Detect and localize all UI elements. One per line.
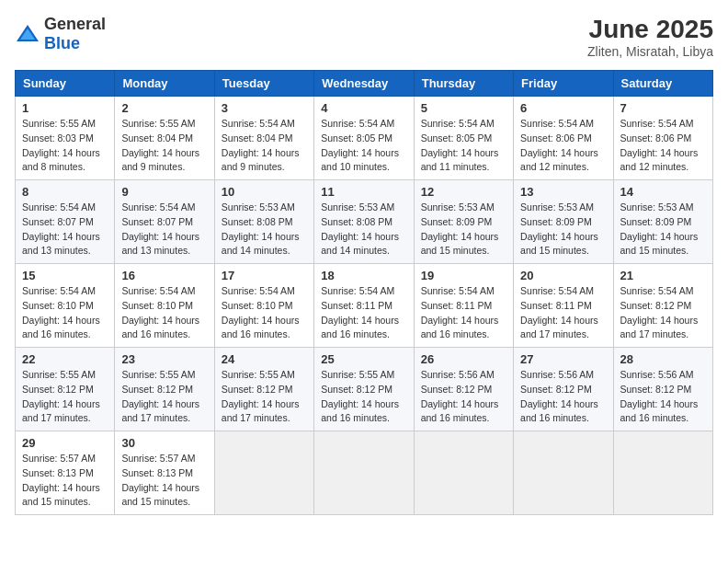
day-number: 23 [121,352,207,366]
calendar-cell: 10 Sunrise: 5:53 AM Sunset: 8:08 PM Dayl… [214,180,313,264]
calendar-week-2: 8 Sunrise: 5:54 AM Sunset: 8:07 PM Dayli… [16,180,713,264]
logo-blue: Blue [44,34,80,52]
day-header-saturday: Saturday [613,71,712,97]
day-number: 10 [222,185,307,199]
day-info: Sunrise: 5:54 AM Sunset: 8:05 PM Dayligh… [321,118,399,172]
calendar-cell: 15 Sunrise: 5:54 AM Sunset: 8:10 PM Dayl… [16,264,115,348]
day-number: 4 [321,101,406,115]
day-info: Sunrise: 5:54 AM Sunset: 8:06 PM Dayligh… [520,118,598,172]
calendar-cell [314,431,414,515]
day-info: Sunrise: 5:56 AM Sunset: 8:12 PM Dayligh… [520,369,598,423]
logo-icon [15,21,40,47]
day-number: 18 [321,269,406,282]
calendar-table: SundayMondayTuesdayWednesdayThursdayFrid… [15,70,713,515]
day-number: 30 [121,436,207,450]
day-number: 7 [620,101,706,115]
day-info: Sunrise: 5:55 AM Sunset: 8:12 PM Dayligh… [121,369,199,423]
day-number: 17 [222,269,307,282]
day-header-sunday: Sunday [16,71,115,97]
day-info: Sunrise: 5:55 AM Sunset: 8:03 PM Dayligh… [22,118,100,172]
calendar-cell [414,431,513,515]
calendar-cell: 3 Sunrise: 5:54 AM Sunset: 8:04 PM Dayli… [214,97,313,180]
day-info: Sunrise: 5:54 AM Sunset: 8:12 PM Dayligh… [620,285,699,339]
calendar-week-4: 22 Sunrise: 5:55 AM Sunset: 8:12 PM Dayl… [16,348,713,431]
day-number: 28 [620,352,706,366]
day-info: Sunrise: 5:55 AM Sunset: 8:12 PM Dayligh… [222,369,300,423]
day-info: Sunrise: 5:53 AM Sunset: 8:08 PM Dayligh… [222,201,300,256]
day-header-tuesday: Tuesday [214,71,313,97]
day-number: 16 [121,269,207,282]
day-number: 11 [321,185,406,199]
page-header: General Blue June 2025 Zliten, Misratah,… [15,15,713,59]
calendar-cell: 11 Sunrise: 5:53 AM Sunset: 8:08 PM Dayl… [314,180,414,264]
day-number: 24 [222,352,307,366]
calendar-cell [214,431,313,515]
day-info: Sunrise: 5:57 AM Sunset: 8:13 PM Dayligh… [121,453,199,507]
day-number: 19 [421,269,506,282]
day-number: 3 [222,101,307,115]
calendar-cell: 9 Sunrise: 5:54 AM Sunset: 8:07 PM Dayli… [115,180,214,264]
day-info: Sunrise: 5:56 AM Sunset: 8:12 PM Dayligh… [421,369,499,423]
day-number: 27 [520,352,606,366]
day-info: Sunrise: 5:54 AM Sunset: 8:10 PM Dayligh… [121,285,199,339]
calendar-cell: 13 Sunrise: 5:53 AM Sunset: 8:09 PM Dayl… [514,180,613,264]
day-info: Sunrise: 5:54 AM Sunset: 8:05 PM Dayligh… [421,118,499,172]
calendar-cell: 21 Sunrise: 5:54 AM Sunset: 8:12 PM Dayl… [613,264,712,348]
calendar-cell: 22 Sunrise: 5:55 AM Sunset: 8:12 PM Dayl… [16,348,115,431]
day-info: Sunrise: 5:53 AM Sunset: 8:09 PM Dayligh… [620,201,699,256]
calendar-week-3: 15 Sunrise: 5:54 AM Sunset: 8:10 PM Dayl… [16,264,713,348]
calendar-cell: 23 Sunrise: 5:55 AM Sunset: 8:12 PM Dayl… [115,348,214,431]
calendar-week-1: 1 Sunrise: 5:55 AM Sunset: 8:03 PM Dayli… [16,97,713,180]
calendar-cell: 1 Sunrise: 5:55 AM Sunset: 8:03 PM Dayli… [16,97,115,180]
calendar-cell: 2 Sunrise: 5:55 AM Sunset: 8:04 PM Dayli… [115,97,214,180]
day-number: 5 [421,101,506,115]
day-info: Sunrise: 5:57 AM Sunset: 8:13 PM Dayligh… [22,453,100,507]
calendar-cell: 18 Sunrise: 5:54 AM Sunset: 8:11 PM Dayl… [314,264,414,348]
calendar-cell: 17 Sunrise: 5:54 AM Sunset: 8:10 PM Dayl… [214,264,313,348]
calendar-cell: 14 Sunrise: 5:53 AM Sunset: 8:09 PM Dayl… [613,180,712,264]
day-info: Sunrise: 5:55 AM Sunset: 8:12 PM Dayligh… [321,369,399,423]
day-info: Sunrise: 5:54 AM Sunset: 8:04 PM Dayligh… [222,118,300,172]
day-info: Sunrise: 5:55 AM Sunset: 8:12 PM Dayligh… [22,369,100,423]
day-info: Sunrise: 5:53 AM Sunset: 8:08 PM Dayligh… [321,201,399,256]
day-info: Sunrise: 5:56 AM Sunset: 8:12 PM Dayligh… [620,369,699,423]
calendar-cell: 29 Sunrise: 5:57 AM Sunset: 8:13 PM Dayl… [16,431,115,515]
logo: General Blue [15,15,106,53]
day-number: 21 [620,269,706,282]
calendar-cell: 16 Sunrise: 5:54 AM Sunset: 8:10 PM Dayl… [115,264,214,348]
calendar-cell: 4 Sunrise: 5:54 AM Sunset: 8:05 PM Dayli… [314,97,414,180]
month-title: June 2025 [587,15,713,44]
calendar-cell: 5 Sunrise: 5:54 AM Sunset: 8:05 PM Dayli… [414,97,513,180]
day-info: Sunrise: 5:53 AM Sunset: 8:09 PM Dayligh… [520,201,598,256]
day-header-wednesday: Wednesday [314,71,414,97]
day-info: Sunrise: 5:54 AM Sunset: 8:06 PM Dayligh… [620,118,699,172]
calendar-cell [613,431,712,515]
day-header-friday: Friday [514,71,613,97]
day-number: 29 [22,436,108,450]
day-info: Sunrise: 5:53 AM Sunset: 8:09 PM Dayligh… [421,201,499,256]
logo-general: General [44,15,106,33]
calendar-cell: 25 Sunrise: 5:55 AM Sunset: 8:12 PM Dayl… [314,348,414,431]
calendar-cell: 6 Sunrise: 5:54 AM Sunset: 8:06 PM Dayli… [514,97,613,180]
day-info: Sunrise: 5:54 AM Sunset: 8:11 PM Dayligh… [321,285,399,339]
day-info: Sunrise: 5:55 AM Sunset: 8:04 PM Dayligh… [121,118,199,172]
day-number: 20 [520,269,606,282]
day-number: 1 [22,101,108,115]
calendar-cell: 12 Sunrise: 5:53 AM Sunset: 8:09 PM Dayl… [414,180,513,264]
calendar-cell: 24 Sunrise: 5:55 AM Sunset: 8:12 PM Dayl… [214,348,313,431]
day-info: Sunrise: 5:54 AM Sunset: 8:11 PM Dayligh… [421,285,499,339]
calendar-cell: 30 Sunrise: 5:57 AM Sunset: 8:13 PM Dayl… [115,431,214,515]
title-block: June 2025 Zliten, Misratah, Libya [587,15,713,59]
day-number: 14 [620,185,706,199]
day-header-monday: Monday [115,71,214,97]
calendar-cell: 19 Sunrise: 5:54 AM Sunset: 8:11 PM Dayl… [414,264,513,348]
calendar-cell: 8 Sunrise: 5:54 AM Sunset: 8:07 PM Dayli… [16,180,115,264]
calendar-cell: 27 Sunrise: 5:56 AM Sunset: 8:12 PM Dayl… [514,348,613,431]
day-info: Sunrise: 5:54 AM Sunset: 8:07 PM Dayligh… [121,201,199,256]
day-number: 6 [520,101,606,115]
day-header-thursday: Thursday [414,71,513,97]
day-info: Sunrise: 5:54 AM Sunset: 8:10 PM Dayligh… [22,285,100,339]
calendar-week-5: 29 Sunrise: 5:57 AM Sunset: 8:13 PM Dayl… [16,431,713,515]
day-number: 2 [121,101,207,115]
day-number: 25 [321,352,406,366]
